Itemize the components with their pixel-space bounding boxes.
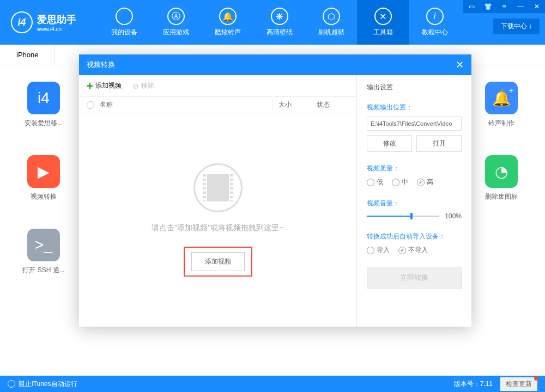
logo-title: 爱思助手 <box>37 13 76 26</box>
output-path-input[interactable]: E:\i4Tools7\Files\ConvertVideo <box>367 117 462 131</box>
menu-icon[interactable]: ≡ <box>496 0 512 13</box>
version-text: 版本号：7.11 <box>454 379 493 389</box>
dialog-toolbar: ✚ 添加视频 ⊘ 移除 <box>79 75 356 97</box>
nav-ringtones[interactable]: 🔔 酷炫铃声 <box>202 0 253 45</box>
logo-icon: i4 <box>11 11 33 33</box>
plus-icon: ✚ <box>87 82 93 90</box>
i4-icon: i4 <box>27 82 60 114</box>
box-icon: ⬡ <box>323 8 340 25</box>
download-center-button[interactable]: 下载中心 ↓ <box>493 19 540 34</box>
clean-icon: ◔ <box>485 155 518 188</box>
dialog-title: 视频转换 <box>87 60 115 70</box>
quality-low-radio[interactable]: 低 <box>367 177 383 187</box>
remove-toolbar-button[interactable]: ⊘ 移除 <box>132 81 154 90</box>
dialog-left-pane: ✚ 添加视频 ⊘ 移除 名称 大小 状态 请点击"添加视频"或将视频拖拽到这里~ <box>79 75 357 327</box>
block-itunes-label: 阻止iTunes自动运行 <box>19 379 77 389</box>
film-icon <box>193 163 243 212</box>
quality-mid-radio[interactable]: 中 <box>392 177 408 187</box>
highlight-annotation: 添加视频 <box>184 247 252 277</box>
dialog-header: 视频转换 ✕ <box>79 54 471 75</box>
modify-path-button[interactable]: 修改 <box>367 135 412 152</box>
block-itunes-checkbox[interactable] <box>8 380 15 388</box>
update-indicator-icon <box>534 376 538 381</box>
skin-icon[interactable]: 👕 <box>480 0 496 13</box>
bell-icon: 🔔 <box>219 8 237 25</box>
drop-zone[interactable]: 请点击"添加视频"或将视频拖拽到这里~ 添加视频 <box>79 113 356 327</box>
auto-import-label: 转换成功后自动导入设备： <box>367 232 462 241</box>
table-header: 名称 大小 状态 <box>79 97 356 113</box>
tool-remove-icons[interactable]: ◔ 删除废图标 <box>480 155 523 201</box>
main-nav: 我的设备 Ⓐ 应用游戏 🔔 酷炫铃声 ❋ 高清壁纸 ⬡ 刷机越狱 ✕ 工具箱 i… <box>98 0 461 45</box>
open-path-button[interactable]: 打开 <box>416 135 462 152</box>
nav-my-device[interactable]: 我的设备 <box>98 0 150 45</box>
tab-iphone[interactable]: iPhone <box>0 45 55 65</box>
select-all-checkbox[interactable] <box>87 101 100 109</box>
video-convert-dialog: 视频转换 ✕ ✚ 添加视频 ⊘ 移除 名称 大小 状态 <box>79 54 471 327</box>
minimize-button[interactable]: — <box>512 0 529 13</box>
close-button[interactable]: ✕ <box>529 0 545 13</box>
add-video-button[interactable]: 添加视频 <box>191 252 245 271</box>
nav-wallpapers[interactable]: ❋ 高清壁纸 <box>253 0 305 45</box>
check-update-button[interactable]: 检查更新 <box>500 377 537 391</box>
drop-hint: 请点击"添加视频"或将视频拖拽到这里~ <box>152 223 283 233</box>
logo-url: www.i4.cn <box>37 26 76 32</box>
tool-ringtone-maker[interactable]: 🔔+ 铃声制作 <box>480 82 523 128</box>
bell-plus-icon: 🔔+ <box>485 82 518 114</box>
settings-title: 输出设置 <box>367 83 462 92</box>
logo-area: i4 爱思助手 www.i4.cn <box>0 11 98 33</box>
import-no-radio[interactable]: 不导入 <box>398 246 428 255</box>
volume-slider[interactable] <box>367 216 439 217</box>
nav-flash-jailbreak[interactable]: ⬡ 刷机越狱 <box>305 0 357 45</box>
flower-icon: ❋ <box>271 8 288 25</box>
app-icon: Ⓐ <box>167 8 185 25</box>
import-yes-radio[interactable]: 导入 <box>367 246 390 255</box>
nav-apps-games[interactable]: Ⓐ 应用游戏 <box>150 0 202 45</box>
output-settings-pane: 输出设置 视频输出位置： E:\i4Tools7\Files\ConvertVi… <box>357 75 471 327</box>
column-size: 大小 <box>272 100 311 109</box>
wrench-icon: ✕ <box>374 8 392 25</box>
volume-label: 视频音量： <box>367 199 462 208</box>
info-icon: i <box>426 8 444 25</box>
tool-install-i4[interactable]: i4 安装爱思移... <box>22 82 65 128</box>
add-video-toolbar-button[interactable]: ✚ 添加视频 <box>87 81 122 90</box>
quality-label: 视频质量： <box>367 164 462 173</box>
app-header: i4 爱思助手 www.i4.cn 我的设备 Ⓐ 应用游戏 🔔 酷炫铃声 ❋ 高… <box>0 0 545 45</box>
remove-icon: ⊘ <box>132 82 139 90</box>
nav-tutorials[interactable]: i 教程中心 <box>409 0 461 45</box>
convert-now-button[interactable]: 立即转换 <box>367 267 462 289</box>
output-path-label: 视频输出位置： <box>367 103 462 112</box>
nav-toolbox[interactable]: ✕ 工具箱 <box>357 0 409 45</box>
column-name: 名称 <box>100 100 272 109</box>
play-icon: ▶ <box>27 155 60 188</box>
apple-icon <box>116 8 133 25</box>
terminal-icon: >_ <box>27 229 60 261</box>
dialog-close-button[interactable]: ✕ <box>456 59 464 71</box>
quality-high-radio[interactable]: 高 <box>417 177 433 187</box>
volume-value: 100% <box>445 212 462 220</box>
window-controls: ▭ 👕 ≡ — ✕ <box>463 0 545 13</box>
tool-video-convert[interactable]: ▶ 视频转换 <box>22 155 65 201</box>
feedback-icon[interactable]: ▭ <box>463 0 480 13</box>
tool-ssh[interactable]: >_ 打开 SSH 通... <box>22 229 65 275</box>
status-bar: 阻止iTunes自动运行 版本号：7.11 检查更新 <box>0 376 545 392</box>
column-status: 状态 <box>311 100 349 109</box>
